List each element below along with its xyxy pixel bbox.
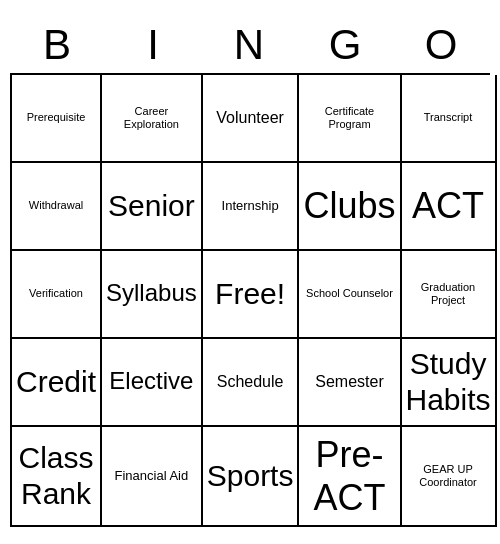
cell-text: ACT	[412, 184, 484, 227]
bingo-cell: Financial Aid	[102, 427, 203, 527]
cell-text: School Counselor	[306, 287, 393, 300]
bingo-cell: Withdrawal	[12, 163, 102, 251]
bingo-cell: Internship	[203, 163, 300, 251]
cell-text: Verification	[29, 287, 83, 300]
header-letter: B	[10, 17, 106, 73]
cell-text: Transcript	[424, 111, 473, 124]
cell-text: Syllabus	[106, 279, 197, 308]
cell-text: Credit	[16, 364, 96, 400]
cell-text: Prerequisite	[27, 111, 86, 124]
bingo-cell: Semester	[299, 339, 401, 427]
bingo-cell: Verification	[12, 251, 102, 339]
cell-text: Class Rank	[16, 440, 96, 512]
cell-text: Certificate Program	[303, 105, 395, 131]
header-letter: N	[202, 17, 298, 73]
bingo-cell: Credit	[12, 339, 102, 427]
cell-text: Elective	[109, 367, 193, 396]
cell-text: Graduation Project	[406, 281, 491, 307]
bingo-grid: PrerequisiteCareer ExplorationVolunteerC…	[10, 73, 490, 527]
header-letter: O	[394, 17, 490, 73]
cell-text: Financial Aid	[115, 468, 189, 484]
bingo-cell: Senior	[102, 163, 203, 251]
bingo-cell: Volunteer	[203, 75, 300, 163]
cell-text: Withdrawal	[29, 199, 83, 212]
bingo-cell: Career Exploration	[102, 75, 203, 163]
cell-text: Career Exploration	[106, 105, 197, 131]
bingo-cell: Syllabus	[102, 251, 203, 339]
cell-text: Schedule	[217, 372, 284, 391]
bingo-cell: Study Habits	[402, 339, 497, 427]
bingo-cell: Transcript	[402, 75, 497, 163]
header-letter: I	[106, 17, 202, 73]
bingo-cell: Sports	[203, 427, 300, 527]
cell-text: Free!	[215, 276, 285, 312]
bingo-card: BINGO PrerequisiteCareer ExplorationVolu…	[10, 17, 490, 527]
bingo-cell: Prerequisite	[12, 75, 102, 163]
cell-text: Pre-ACT	[303, 433, 395, 519]
cell-text: Sports	[207, 458, 294, 494]
bingo-cell: Class Rank	[12, 427, 102, 527]
cell-text: Study Habits	[406, 346, 491, 418]
cell-text: Senior	[108, 188, 195, 224]
cell-text: Volunteer	[216, 108, 284, 127]
bingo-cell: Schedule	[203, 339, 300, 427]
cell-text: Clubs	[303, 184, 395, 227]
bingo-cell: Graduation Project	[402, 251, 497, 339]
header-letter: G	[298, 17, 394, 73]
cell-text: Semester	[315, 372, 383, 391]
bingo-cell: Clubs	[299, 163, 401, 251]
bingo-cell: Free!	[203, 251, 300, 339]
bingo-cell: Elective	[102, 339, 203, 427]
cell-text: GEAR UP Coordinator	[406, 463, 491, 489]
bingo-header: BINGO	[10, 17, 490, 73]
bingo-cell: GEAR UP Coordinator	[402, 427, 497, 527]
bingo-cell: ACT	[402, 163, 497, 251]
cell-text: Internship	[222, 198, 279, 214]
bingo-cell: Certificate Program	[299, 75, 401, 163]
bingo-cell: Pre-ACT	[299, 427, 401, 527]
bingo-cell: School Counselor	[299, 251, 401, 339]
